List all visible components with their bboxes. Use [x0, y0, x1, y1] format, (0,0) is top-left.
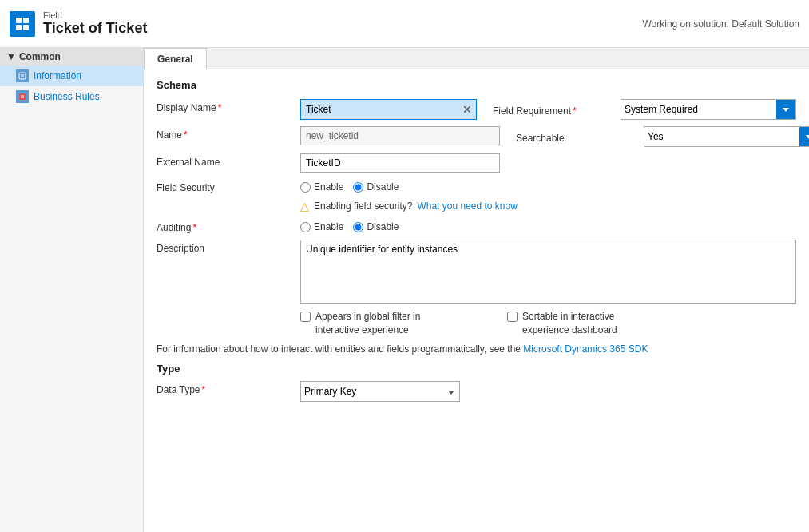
page-title: Ticket of Ticket: [43, 20, 147, 37]
svg-rect-3: [23, 25, 29, 30]
tabs-bar: General: [144, 48, 809, 69]
checkbox-group: Appears in global filter in interactive …: [300, 310, 650, 337]
sdk-link[interactable]: Microsoft Dynamics 365 SDK: [523, 343, 648, 355]
svg-rect-4: [19, 73, 26, 79]
working-on-label: Working on solution: Default Solution: [642, 18, 799, 30]
info-icon: [16, 69, 29, 82]
sidebar-item-information[interactable]: Information: [0, 66, 143, 86]
searchable-select[interactable]: Yes No: [644, 127, 799, 146]
warning-link[interactable]: What you need to know: [417, 200, 517, 212]
auditing-disable-radio[interactable]: [353, 222, 363, 232]
field-requirement-arrow[interactable]: [776, 100, 795, 119]
checkbox-section: Appears in global filter in interactive …: [157, 310, 796, 337]
info-text-prefix: For information about how to interact wi…: [157, 343, 521, 355]
display-name-row: Display Name* ✕ Field Requirement* Syste…: [157, 99, 796, 120]
field-security-disable-option[interactable]: Disable: [353, 181, 399, 193]
external-name-input[interactable]: [300, 153, 500, 173]
auditing-disable-option[interactable]: Disable: [353, 221, 399, 232]
page-subtitle: Field: [43, 10, 147, 20]
data-type-label: Data Type*: [157, 381, 300, 395]
sidebar-section-label: Common: [19, 51, 61, 62]
schema-section-title: Schema: [157, 79, 796, 91]
searchable-arrow[interactable]: [799, 127, 809, 146]
field-requirement-label: Field Requirement*: [493, 102, 621, 117]
data-type-row: Data Type* Primary Key Text Integer Floa…: [157, 381, 796, 402]
main-layout: ▼ Common Information Business Ru: [0, 48, 809, 532]
external-name-label: External Name: [157, 153, 300, 168]
sidebar-item-business-rules[interactable]: Business Rules: [0, 86, 143, 107]
description-label: Description: [157, 240, 300, 254]
content-area: General Schema Display Name* ✕ Field Req…: [144, 48, 809, 532]
svg-rect-7: [19, 93, 26, 100]
chevron-down-icon: [783, 108, 789, 112]
chevron-down-icon-2: [806, 135, 809, 139]
name-row: Name* Searchable Yes No: [157, 126, 796, 147]
chevron-down-icon-3: [448, 391, 454, 395]
external-name-input-wrap: [300, 153, 540, 173]
name-label: Name*: [157, 126, 300, 141]
field-requirement-select[interactable]: System Required Business Required Option…: [621, 100, 776, 119]
form-area: Schema Display Name* ✕ Field Requirement…: [144, 69, 809, 418]
global-filter-col: Appears in global filter in interactive …: [300, 310, 443, 337]
auditing-enable-radio[interactable]: [300, 222, 311, 232]
display-name-input-wrap[interactable]: ✕: [300, 99, 477, 120]
info-text-row: For information about how to interact wi…: [157, 343, 796, 355]
sortable-checkbox[interactable]: [507, 312, 518, 322]
external-name-row: External Name: [157, 153, 796, 173]
field-security-disable-radio[interactable]: [353, 182, 363, 193]
display-name-clear-btn[interactable]: ✕: [458, 101, 476, 118]
sidebar: ▼ Common Information Business Ru: [0, 48, 144, 532]
svg-rect-1: [23, 18, 29, 23]
name-input-wrap: [300, 126, 500, 145]
name-input: [300, 126, 500, 145]
data-type-select[interactable]: Primary Key Text Integer Float Decimal D…: [301, 382, 448, 401]
warning-icon: △: [300, 200, 309, 212]
description-textarea[interactable]: Unique identifier for entity instances: [300, 240, 796, 304]
sortable-col: Sortable in interactive experience dashb…: [507, 310, 650, 337]
top-bar-left: Field Ticket of Ticket: [10, 10, 147, 37]
type-section-title: Type: [157, 363, 796, 375]
rules-icon: [16, 90, 29, 103]
searchable-label: Searchable: [516, 129, 644, 144]
global-filter-checkbox[interactable]: [300, 312, 311, 322]
data-type-arrow[interactable]: [448, 386, 459, 397]
field-security-enable-radio[interactable]: [300, 182, 311, 193]
auditing-enable-option[interactable]: Enable: [300, 221, 343, 232]
auditing-label: Auditing*: [157, 219, 300, 233]
svg-rect-0: [16, 18, 22, 23]
sidebar-rules-label: Business Rules: [34, 91, 100, 102]
field-security-radio-group: Enable Disable: [300, 179, 399, 193]
sidebar-section-common[interactable]: ▼ Common: [0, 48, 143, 66]
title-block: Field Ticket of Ticket: [43, 10, 147, 37]
warning-text: Enabling field security?: [314, 200, 412, 212]
display-name-input[interactable]: [301, 100, 458, 119]
data-type-dropdown-wrap[interactable]: Primary Key Text Integer Float Decimal D…: [300, 381, 460, 402]
sortable-label: Sortable in interactive experience dashb…: [522, 310, 650, 337]
field-requirement-group: Field Requirement* System Required Busin…: [493, 99, 796, 120]
top-bar: Field Ticket of Ticket Working on soluti…: [0, 0, 809, 48]
svg-rect-2: [16, 25, 22, 30]
display-name-label: Display Name*: [157, 99, 300, 113]
searchable-dropdown-wrap[interactable]: Yes No: [644, 126, 809, 147]
field-security-enable-option[interactable]: Enable: [300, 181, 343, 193]
field-security-label: Field Security: [157, 179, 300, 193]
warning-box: △ Enabling field security? What you need…: [300, 200, 796, 212]
app-icon: [10, 11, 35, 37]
global-filter-label: Appears in global filter in interactive …: [315, 310, 443, 337]
tab-general[interactable]: General: [144, 48, 207, 69]
collapse-icon: ▼: [6, 51, 16, 62]
auditing-radio-group: Enable Disable: [300, 219, 399, 232]
sidebar-info-label: Information: [34, 70, 81, 81]
auditing-row: Auditing* Enable Disable: [157, 219, 796, 233]
field-security-row: Field Security Enable Disable: [157, 179, 796, 193]
searchable-group: Searchable Yes No: [516, 126, 809, 147]
field-requirement-dropdown-wrap[interactable]: System Required Business Required Option…: [621, 99, 796, 120]
description-row: Description Unique identifier for entity…: [157, 240, 796, 304]
